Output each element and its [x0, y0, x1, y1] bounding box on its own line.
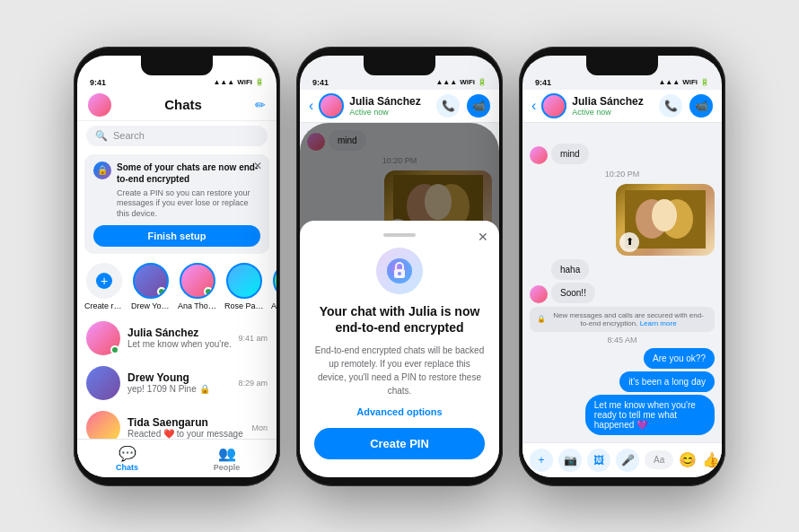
create-room-avatar: + [86, 263, 122, 299]
msg-haha: haha [551, 259, 589, 280]
create-pin-button[interactable]: Create PIN [314, 428, 485, 459]
phone3: 9:41 ▲▲▲ WiFi 🔋 ‹ Julia Sánchez Active n… [519, 47, 725, 486]
banner-lock-icon: 🔒 [93, 161, 111, 179]
story-ana[interactable]: Ana Thomas [178, 263, 217, 310]
julia-header-info-2: Julia Sánchez Active now [349, 95, 431, 117]
battery-icon: 🔋 [255, 78, 264, 86]
wifi-icon: WiFi [237, 78, 252, 86]
received-messages-group: haha Soon!! [530, 259, 715, 303]
phone2: 9:41 ▲▲▲ WiFi 🔋 ‹ Julia Sánchez Active n… [296, 47, 503, 486]
julia-avatar-soon [530, 285, 548, 303]
header-actions-3: 📞 📹 [659, 94, 713, 118]
messages-area-3: mind 10:20 PM ⬆ [522, 123, 722, 442]
emoji-button[interactable]: 😊 [679, 451, 697, 468]
lock-icon-enc: 🔒 [537, 315, 546, 323]
chat-item-drew[interactable]: Drew Young yep! 1709 N Pine 🔒 8:29 am [77, 361, 277, 406]
nav-chats[interactable]: 💬 Chats [77, 445, 177, 472]
chats-header: Chats ✏ [77, 90, 277, 121]
lock-icon-2: 🔒 [199, 384, 210, 394]
back-button-3[interactable]: ‹ [531, 98, 536, 114]
msg-time-3-1: 10:20 PM [530, 170, 715, 179]
call-button-2[interactable]: 📞 [436, 94, 460, 118]
story-rose-avatar [226, 263, 262, 299]
thumbs-up-button[interactable]: 👍 [702, 451, 720, 468]
julia-header-avatar-2 [319, 93, 344, 118]
battery-icon-2: 🔋 [478, 78, 487, 86]
back-button-2[interactable]: ‹ [309, 98, 313, 114]
user-avatar-header[interactable] [88, 93, 111, 117]
signal-icon-3: ▲▲▲ [658, 78, 680, 86]
signal-icon: ▲▲▲ [213, 78, 234, 86]
online-indicator [157, 287, 166, 296]
people-nav-label: People [214, 463, 241, 472]
finish-setup-button[interactable]: Finish setup [93, 225, 260, 247]
sent-messages-group: Are you ok?? it's been a long day Let me… [530, 348, 715, 435]
advanced-options-link[interactable]: Advanced options [314, 406, 485, 417]
story-rose[interactable]: Rose Padilla [224, 263, 264, 310]
julia-msg: Let me know when you're... 🔒 [127, 339, 231, 349]
search-placeholder: Search [113, 130, 145, 141]
julia-header-status-2: Active now [349, 108, 431, 117]
modal-description: End-to-end encrypted chats will be backe… [314, 344, 485, 397]
chats-nav-icon: 💬 [119, 445, 136, 462]
add-button[interactable]: + [530, 449, 553, 472]
msg-areyouok: Are you ok?? [644, 348, 715, 369]
msg-soon: Soon!! [551, 283, 595, 303]
status-icons-2: ▲▲▲ WiFi 🔋 [435, 78, 487, 86]
status-icons-1: ▲▲▲ WiFi 🔋 [213, 78, 264, 86]
story-create-room[interactable]: + Create room [84, 263, 124, 310]
julia-header-avatar-3 [541, 93, 566, 118]
banner-close-btn[interactable]: ✕ [253, 160, 262, 172]
call-button-3[interactable]: 📞 [659, 94, 682, 118]
nav-people[interactable]: 👥 People [177, 445, 277, 472]
msg-mind-row: mind [530, 144, 715, 164]
julia-header-status-3: Active now [572, 108, 654, 117]
julia-info: Julia Sánchez Let me know when you're...… [127, 327, 231, 349]
phone1: 9:41 ▲▲▲ WiFi 🔋 Chats ✏ 🔍 Search [74, 47, 280, 486]
story-alex[interactable]: Alex Walk... [271, 263, 277, 310]
story-alex-avatar [273, 263, 277, 299]
battery-icon-3: 🔋 [700, 78, 709, 86]
notch2 [364, 56, 435, 75]
story-ana-avatar [180, 263, 215, 299]
chat-item-julia[interactable]: Julia Sánchez Let me know when you're...… [77, 316, 277, 361]
msg-haha-row: haha [530, 259, 715, 280]
video-button-2[interactable]: 📹 [467, 94, 490, 118]
modal-close-btn[interactable]: ✕ [478, 230, 488, 244]
tida-info: Tida Saengarun Reacted ❤️ to your messag… [127, 416, 244, 438]
msg-mind-3: mind [551, 144, 589, 164]
svg-point-10 [652, 199, 677, 231]
photo-button[interactable]: 🖼 [587, 449, 610, 472]
message-input[interactable]: Aa [645, 450, 673, 469]
story-drew-label: Drew Young [131, 301, 171, 310]
signal-icon-2: ▲▲▲ [435, 78, 457, 86]
modal-title: Your chat with Julia is now end-to-end e… [314, 303, 485, 336]
modal-icon-area [314, 248, 485, 294]
drew-info: Drew Young yep! 1709 N Pine 🔒 [127, 371, 231, 394]
search-icon: 🔍 [95, 130, 108, 142]
phone1-screen: 9:41 ▲▲▲ WiFi 🔋 Chats ✏ 🔍 Search [77, 56, 277, 477]
share-icon-3[interactable]: ⬆ [619, 232, 639, 252]
chat-header-2: ‹ Julia Sánchez Active now 📞 📹 [300, 90, 499, 123]
drew-name: Drew Young [127, 371, 231, 384]
julia-avatar [86, 321, 120, 355]
time-2: 9:41 [312, 78, 329, 87]
video-button-3[interactable]: 📹 [689, 94, 713, 118]
edit-icon[interactable]: ✏ [255, 98, 266, 112]
msg-letmeknow: Let me know when you're ready to tell me… [585, 395, 715, 435]
chat-item-tida[interactable]: Tida Saengarun Reacted ❤️ to your messag… [77, 406, 277, 439]
learn-more-link[interactable]: Learn more [640, 319, 677, 327]
story-drew[interactable]: Drew Young [131, 263, 171, 310]
banner-header: 🔒 Some of your chats are now end-to-end … [93, 161, 260, 185]
search-bar[interactable]: 🔍 Search [86, 126, 268, 146]
modal-handle [383, 233, 416, 237]
camera-button[interactable]: 📷 [558, 449, 582, 472]
phones-container: 9:41 ▲▲▲ WiFi 🔋 Chats ✏ 🔍 Search [56, 29, 743, 504]
story-alex-label: Alex Walk... [271, 301, 277, 310]
mic-button[interactable]: 🎤 [616, 449, 639, 472]
online-indicator-2 [204, 287, 213, 296]
phone3-screen: 9:41 ▲▲▲ WiFi 🔋 ‹ Julia Sánchez Active n… [522, 56, 722, 477]
messages-area-2: mind 10:20 PM ⬆ [300, 123, 499, 477]
enc-notice-text: New messages and calls are secured with … [549, 311, 707, 327]
julia-header-name-2: Julia Sánchez [349, 95, 431, 108]
